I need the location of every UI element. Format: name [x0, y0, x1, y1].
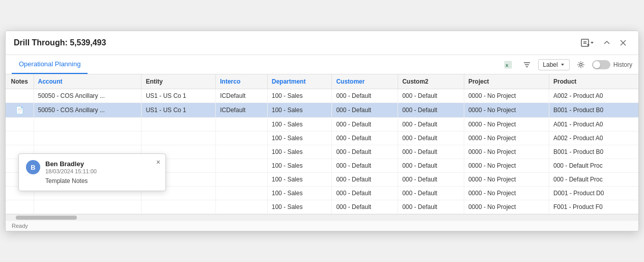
cell-entity: [142, 200, 216, 214]
cell-department: 100 - Sales: [267, 187, 332, 200]
col-header-project: Project: [464, 74, 549, 89]
col-header-notes: Notes: [6, 74, 34, 89]
col-header-interco: Interco: [216, 74, 267, 89]
cell-custom2: 000 - Default: [398, 103, 464, 118]
cell-customer: 000 - Default: [332, 200, 398, 214]
cell-department: 100 - Sales: [267, 145, 332, 159]
svg-point-12: [579, 63, 582, 66]
cell-department: 100 - Sales: [267, 173, 332, 187]
history-label: History: [613, 61, 632, 68]
cell-product: A001 - Product A0: [549, 118, 638, 132]
cell-product: A002 - Product A0: [549, 89, 638, 103]
note-popup: × B Ben Bradley 18/03/2024 15:11:00 Temp…: [18, 153, 166, 191]
cell-product: B001 - Product B0: [549, 145, 638, 159]
popup-header: B Ben Bradley 18/03/2024 15:11:00: [26, 160, 158, 174]
svg-marker-11: [561, 64, 564, 66]
cell-notes: [6, 132, 34, 145]
toggle-knob: [593, 61, 600, 68]
cell-customer: 000 - Default: [332, 118, 398, 132]
popup-user-name: Ben Bradley: [45, 160, 97, 168]
cell-product: 000 - Default Proc: [549, 159, 638, 173]
col-header-department: Department: [267, 74, 332, 89]
cell-department: 100 - Sales: [267, 103, 332, 118]
status-text: Ready: [12, 223, 28, 229]
cell-product: B001 - Product B0: [549, 103, 638, 118]
cell-product: 000 - Default Proc: [549, 173, 638, 187]
cell-entity: US1 - US Co 1: [142, 103, 216, 118]
table-row[interactable]: 100 - Sales000 - Default000 - Default000…: [6, 118, 638, 132]
table-header-row: Notes Account Entity Interco Department …: [6, 74, 638, 89]
excel-export-button[interactable]: X: [500, 58, 516, 71]
cell-entity: [142, 118, 216, 132]
cell-customer: 000 - Default: [332, 89, 398, 103]
cell-project: 0000 - No Project: [464, 103, 549, 118]
cell-department: 100 - Sales: [267, 132, 332, 145]
cell-project: 0000 - No Project: [464, 89, 549, 103]
cell-project: 0000 - No Project: [464, 173, 549, 187]
cell-interco: [216, 187, 267, 200]
cell-customer: 000 - Default: [332, 159, 398, 173]
cell-notes: [6, 89, 34, 103]
label-dropdown[interactable]: Label: [538, 59, 569, 70]
svg-marker-3: [591, 42, 594, 44]
cell-notes: [6, 200, 34, 214]
cell-custom2: 000 - Default: [398, 173, 464, 187]
export-dropdown-button[interactable]: [577, 36, 598, 49]
table-row[interactable]: 50050 - COS Ancillary ...US1 - US Co 1IC…: [6, 89, 638, 103]
popup-note-text: Template Notes: [45, 177, 158, 185]
scrollbar-thumb[interactable]: [16, 216, 77, 220]
cell-project: 0000 - No Project: [464, 145, 549, 159]
cell-custom2: 000 - Default: [398, 118, 464, 132]
cell-custom2: 000 - Default: [398, 132, 464, 145]
svg-text:X: X: [506, 63, 509, 68]
cell-interco: [216, 132, 267, 145]
cell-custom2: 000 - Default: [398, 145, 464, 159]
popup-close-button[interactable]: ×: [156, 158, 160, 166]
note-doc-icon: 📄: [15, 106, 24, 114]
table-row[interactable]: 📄50050 - COS Ancillary ...US1 - US Co 1I…: [6, 103, 638, 118]
label-dropdown-text: Label: [543, 61, 557, 68]
tab-operational-planning[interactable]: Operational Planning: [12, 55, 88, 74]
cell-entity: [142, 132, 216, 145]
cell-custom2: 000 - Default: [398, 187, 464, 200]
col-header-customer: Customer: [332, 74, 398, 89]
filter-button[interactable]: [520, 59, 534, 71]
cell-account: 50050 - COS Ancillary ...: [34, 103, 142, 118]
cell-customer: 000 - Default: [332, 145, 398, 159]
cell-project: 0000 - No Project: [464, 132, 549, 145]
cell-custom2: 000 - Default: [398, 89, 464, 103]
horizontal-scrollbar[interactable]: [6, 214, 638, 220]
cell-notes: [6, 118, 34, 132]
cell-interco: [216, 173, 267, 187]
table-row[interactable]: 100 - Sales000 - Default000 - Default000…: [6, 200, 638, 214]
dialog-title: Drill Through: 5,539,493: [14, 38, 106, 47]
cell-interco: [216, 159, 267, 173]
close-button[interactable]: [616, 37, 630, 49]
col-header-custom2: Custom2: [398, 74, 464, 89]
cell-project: 0000 - No Project: [464, 118, 549, 132]
popup-user-info: Ben Bradley 18/03/2024 15:11:00: [45, 160, 97, 174]
history-toggle-container: History: [592, 60, 632, 69]
table-body: 50050 - COS Ancillary ...US1 - US Co 1IC…: [6, 89, 638, 214]
settings-button[interactable]: [574, 59, 588, 71]
cell-custom2: 000 - Default: [398, 200, 464, 214]
cell-interco: ICDefault: [216, 89, 267, 103]
cell-interco: [216, 145, 267, 159]
cell-department: 100 - Sales: [267, 159, 332, 173]
history-toggle[interactable]: [592, 60, 610, 69]
table-row[interactable]: 100 - Sales000 - Default000 - Default000…: [6, 132, 638, 145]
cell-department: 100 - Sales: [267, 200, 332, 214]
cell-interco: ICDefault: [216, 103, 267, 118]
cell-custom2: 000 - Default: [398, 159, 464, 173]
cell-project: 0000 - No Project: [464, 200, 549, 214]
col-header-product: Product: [549, 74, 638, 89]
tabs-bar: Operational Planning X Label: [6, 55, 638, 74]
collapse-button[interactable]: [600, 37, 614, 49]
cell-interco: [216, 118, 267, 132]
cell-account: [34, 132, 142, 145]
cell-product: A002 - Product A0: [549, 132, 638, 145]
svg-rect-0: [581, 39, 589, 46]
cell-project: 0000 - No Project: [464, 159, 549, 173]
cell-customer: 000 - Default: [332, 132, 398, 145]
cell-customer: 000 - Default: [332, 187, 398, 200]
